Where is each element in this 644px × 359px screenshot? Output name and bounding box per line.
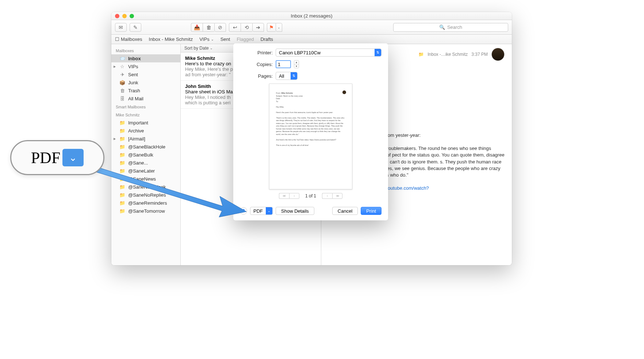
window-title: Inbox (2 messages) (111, 13, 512, 19)
chevron-updown-icon: ⇅ (375, 49, 381, 56)
sidebar-item-airmail[interactable]: 📁[Airmail] (111, 135, 180, 143)
titlebar: Inbox (2 messages) (111, 12, 512, 20)
sidebar-item-archive[interactable]: 📁Archive (111, 127, 180, 135)
search-placeholder: Search (447, 24, 462, 30)
sidebar-item-allmail[interactable]: 🗄All Mail (111, 94, 180, 103)
callout-label: PDF (31, 148, 61, 167)
sidebar-item-sent[interactable]: ✈Sent (111, 70, 180, 78)
avatar (491, 48, 505, 61)
printer-label: Printer: (240, 50, 273, 55)
folder-icon: 📁 (119, 168, 125, 174)
first-page-button[interactable]: ≪ (279, 193, 289, 199)
sidebar-item-trash[interactable]: 🗑Trash (111, 86, 180, 94)
folder-icon: 📁 (418, 52, 424, 57)
folder-icon: 📁 (119, 160, 125, 166)
junk-icon: 📦 (119, 80, 125, 85)
pages-label: Pages: (240, 73, 273, 79)
folder-icon: 📁 (119, 184, 125, 190)
stepper-up-icon[interactable]: ▲ (294, 61, 299, 65)
search-input[interactable]: 🔍 Search (393, 23, 508, 32)
get-mail-button[interactable]: ✉ (115, 23, 127, 32)
sidebar: Mailboxes 📨Inbox ☆VIPs ✈Sent 📦Junk 🗑Tras… (111, 44, 181, 265)
sidebar-item-sanenoreplies[interactable]: 📁@SaneNoReplies (111, 191, 180, 199)
star-icon: ☆ (119, 63, 125, 69)
sidebar-header-mailboxes: Mailboxes (111, 46, 180, 54)
inbox-icon: 📨 (119, 55, 125, 61)
flag-group: ⚑ ⌄ (267, 23, 282, 32)
chevron-down-icon: ⌄ (266, 207, 272, 215)
annotation-callout: PDF ⌄ (10, 140, 104, 175)
preview-avatar (342, 90, 346, 94)
sent-icon: ✈ (119, 72, 125, 77)
archive-group: 📥 🗑 ⊘ (191, 23, 226, 32)
reply-group: ↩ ⟲ ➔ (229, 23, 264, 32)
msg-time: 3:37 PM (471, 52, 488, 57)
junk-button[interactable]: ⊘ (214, 23, 226, 32)
msg-folder: Inbox -…ike Schmitz (428, 52, 468, 57)
sidebar-item-sanetomorrow[interactable]: 📁@SaneTomorrow (111, 207, 180, 215)
fav-mailboxes[interactable]: ☐ Mailboxes (115, 36, 142, 42)
pdf-dropdown-button[interactable]: PDF ⌄ (250, 207, 273, 215)
print-preview: From: Mike SchmitzSubject: Here's to the… (269, 84, 352, 189)
folder-icon: 📁 (119, 200, 125, 206)
fav-flagged[interactable]: Flagged (237, 36, 254, 42)
print-button[interactable]: Print (361, 207, 382, 215)
sidebar-item-saneblackhole[interactable]: 📁@SaneBlackHole (111, 143, 180, 151)
show-details-button[interactable]: Show Details (276, 207, 314, 215)
print-dialog: Printer: Canon LBP7110Cw ⇅ Copies: ▲ ▼ P… (233, 43, 388, 220)
folder-icon: 📁 (119, 192, 125, 198)
delete-button[interactable]: 🗑 (203, 23, 214, 32)
reply-all-button[interactable]: ⟲ (241, 23, 252, 32)
sidebar-item-sane[interactable]: 📁@Sane... (111, 159, 180, 167)
pages-select[interactable]: All ⇅ (276, 72, 298, 80)
copies-stepper[interactable]: ▲ ▼ (294, 60, 299, 68)
sidebar-item-vips[interactable]: ☆VIPs (111, 62, 180, 70)
sidebar-header-account: Mike Schmitz (111, 111, 180, 119)
chevron-updown-icon: ⇅ (291, 72, 297, 80)
reply-button[interactable]: ↩ (229, 23, 241, 32)
sidebar-item-sanebulk[interactable]: 📁@SaneBulk (111, 151, 180, 159)
last-page-button[interactable]: ≫ (332, 193, 342, 199)
sidebar-item-important[interactable]: 📁Important (111, 119, 180, 127)
folder-icon: 📁 (119, 120, 125, 126)
fav-sent[interactable]: Sent (221, 36, 230, 42)
sidebar-item-sanenews[interactable]: 📁@SaneNews (111, 175, 180, 183)
toolbar: ✉ ✎ 📥 🗑 ⊘ ↩ ⟲ ➔ ⚑ ⌄ 🔍 Search (111, 20, 512, 35)
copies-input[interactable] (276, 60, 291, 68)
sidebar-item-sanelater[interactable]: 📁@SaneLater (111, 167, 180, 175)
copies-label: Copies: (240, 62, 273, 67)
flag-menu-button[interactable]: ⌄ (276, 23, 282, 32)
next-page-button[interactable]: › (322, 193, 332, 199)
print-pager: ≪ ‹ 1 of 1 › ≫ (240, 193, 382, 199)
stepper-down-icon[interactable]: ▼ (294, 65, 299, 68)
fav-inbox[interactable]: Inbox - Mike Schmitz (149, 36, 193, 42)
sidebar-item-inbox[interactable]: 📨Inbox (111, 54, 180, 62)
message-header-info: 📁 Inbox -…ike Schmitz 3:37 PM (418, 48, 505, 61)
folder-icon: 📁 (119, 136, 125, 142)
fav-drafts[interactable]: Drafts (260, 36, 273, 42)
allmail-icon: 🗄 (119, 96, 125, 101)
chevron-down-icon: ⌄ (62, 149, 84, 166)
printer-select[interactable]: Canon LBP7110Cw ⇅ (276, 49, 382, 57)
forward-button[interactable]: ➔ (252, 23, 264, 32)
folder-icon: 📁 (119, 128, 125, 134)
dialog-footer: ? PDF ⌄ Show Details Cancel Print (240, 207, 382, 215)
folder-icon: 📁 (119, 176, 125, 182)
fav-vips[interactable]: VIPs ⌄ (199, 36, 214, 42)
sidebar-item-sanereminders[interactable]: 📁@SaneReminders (111, 199, 180, 207)
cancel-button[interactable]: Cancel (332, 207, 358, 215)
favorites-bar: ☐ Mailboxes Inbox - Mike Schmitz VIPs ⌄ … (111, 35, 512, 44)
folder-icon: 📁 (119, 152, 125, 158)
help-button[interactable]: ? (240, 207, 247, 215)
compose-button[interactable]: ✎ (130, 23, 141, 32)
search-icon: 🔍 (439, 24, 445, 30)
sidebar-header-smart: Smart Mailboxes (111, 103, 180, 111)
flag-button[interactable]: ⚑ (267, 23, 276, 32)
trash-icon: 🗑 (119, 88, 125, 93)
sidebar-item-junk[interactable]: 📦Junk (111, 78, 180, 86)
sidebar-item-sanenextweek[interactable]: 📁@SaneNextWeek (111, 183, 180, 191)
page-indicator: 1 of 1 (305, 193, 316, 198)
folder-icon: 📁 (119, 208, 125, 214)
prev-page-button[interactable]: ‹ (289, 193, 299, 199)
archive-button[interactable]: 📥 (191, 23, 203, 32)
